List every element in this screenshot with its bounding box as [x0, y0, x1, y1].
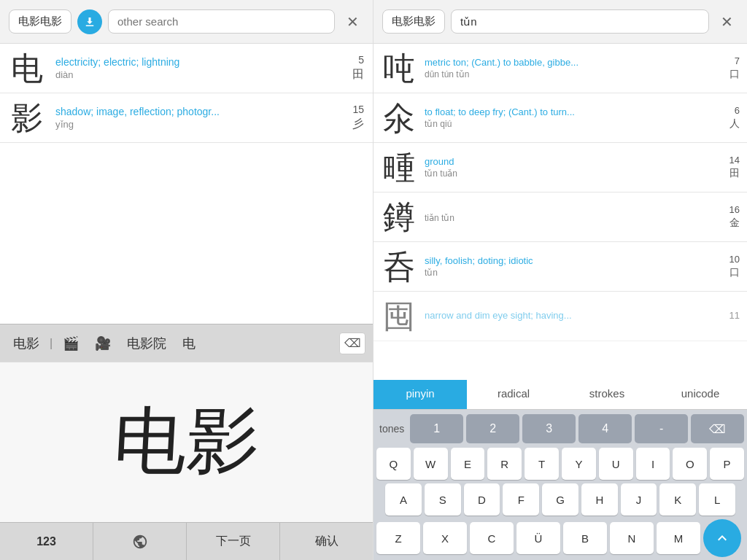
result-char-right-5: 囤 [381, 300, 417, 332]
result-strokes-right-0: 7 [735, 55, 740, 66]
tones-row: tones 1 2 3 4 - ⌫ [376, 414, 744, 443]
key-D[interactable]: D [464, 483, 500, 516]
result-meaning-left-0: electricity; electric; lightning [55, 56, 342, 68]
results-list-right: 吨 metric ton; (Cant.) to babble, gibbe..… [374, 44, 747, 380]
result-radical-left-0: 田 [352, 67, 364, 82]
suggestion-4[interactable]: 电 [177, 332, 201, 355]
result-strokes-right-3: 16 [729, 204, 740, 215]
tone-delete-key[interactable]: ⌫ [691, 414, 744, 443]
result-row-right-1[interactable]: 氽 to float; to deep fry; (Cant.) to turn… [374, 93, 747, 143]
suggestion-3[interactable]: 电影院 [121, 332, 172, 355]
key-K[interactable]: K [659, 483, 696, 516]
globe-button[interactable] [93, 523, 187, 560]
backspace-suggestion-button[interactable]: ⌫ [339, 332, 365, 354]
key-S[interactable]: S [425, 483, 461, 516]
result-char-left-0: 电 [9, 52, 45, 85]
result-pinyin-right-2: tǔn tuǎn [425, 168, 722, 179]
search-tabs: pinyin radical strokes unicode [374, 380, 747, 410]
result-meaning-right-0: metric ton; (Cant.) to babble, gibbe... [425, 57, 722, 68]
tone-4-key[interactable]: 4 [578, 414, 632, 443]
key-U[interactable]: U [599, 448, 633, 480]
suggestion-2[interactable]: 🎥 [89, 332, 117, 354]
left-panel: 电影电影 ✕ 电 electricity; electric; lightnin… [0, 0, 374, 560]
key-C[interactable]: C [470, 522, 514, 554]
keyboard-section: tones 1 2 3 4 - ⌫ Q W E R T Y U I O P [374, 410, 747, 560]
result-row-right-0[interactable]: 吨 metric ton; (Cant.) to babble, gibbe..… [374, 44, 747, 93]
tone-neutral-key[interactable]: - [635, 414, 688, 443]
tone-1-key[interactable]: 1 [410, 414, 463, 443]
result-char-right-2: 畽 [381, 152, 417, 184]
key-P[interactable]: P [710, 448, 744, 480]
result-radical-left-1: 彡 [352, 117, 364, 132]
result-meaning-right-5: narrow and dim eye sight; having... [425, 310, 722, 321]
top-bar-right: 电影电影 ✕ [374, 0, 747, 44]
key-row-0: Q W E R T Y U I O P [376, 448, 744, 480]
handwriting-content: 电影 [111, 393, 262, 491]
key-Y[interactable]: Y [562, 448, 596, 480]
tab-radical[interactable]: radical [467, 380, 560, 409]
search-input-left[interactable] [108, 9, 335, 34]
result-char-right-4: 呑 [381, 251, 417, 283]
key-U-umlaut[interactable]: Ü [516, 522, 560, 554]
result-strokes-left-1: 15 [352, 104, 364, 115]
key-O[interactable]: O [673, 448, 707, 480]
key-Q[interactable]: Q [376, 448, 411, 480]
key-E[interactable]: E [451, 448, 485, 480]
result-row-right-3[interactable]: 鐏 tiǎn tǔn 16 金 [374, 192, 747, 242]
result-radical-right-0: 口 [729, 68, 740, 81]
key-M[interactable]: M [657, 522, 700, 554]
result-char-right-1: 氽 [381, 102, 417, 134]
download-button[interactable] [77, 9, 102, 34]
suggestion-1[interactable]: 🎬 [57, 332, 85, 354]
next-page-button[interactable]: 下一页 [187, 523, 280, 560]
tone-2-key[interactable]: 2 [466, 414, 519, 443]
key-T[interactable]: T [525, 448, 559, 480]
result-meaning-right-2: ground [425, 156, 722, 167]
key-I[interactable]: I [636, 448, 670, 480]
handwriting-area[interactable]: 电影 [0, 362, 373, 522]
key-W[interactable]: W [414, 448, 448, 480]
key-R[interactable]: R [487, 448, 522, 480]
key-X[interactable]: X [423, 522, 467, 554]
close-button-left[interactable]: ✕ [341, 10, 364, 34]
top-bar-left: 电影电影 ✕ [0, 0, 373, 44]
result-char-left-1: 影 [9, 102, 45, 134]
key-H[interactable]: H [581, 483, 618, 516]
result-strokes-right-4: 10 [729, 254, 740, 265]
result-row-right-5[interactable]: 囤 narrow and dim eye sight; having... 11 [374, 292, 747, 341]
result-row-left-0[interactable]: 电 electricity; electric; lightning diàn … [0, 44, 373, 93]
result-char-right-3: 鐏 [381, 201, 417, 233]
submit-button[interactable] [703, 519, 741, 557]
search-input-right[interactable] [451, 9, 709, 34]
result-row-left-1[interactable]: 影 shadow; image, reflection; photogr... … [0, 93, 373, 143]
tone-3-key[interactable]: 3 [522, 414, 576, 443]
key-Z[interactable]: Z [376, 522, 420, 554]
key-J[interactable]: J [621, 483, 657, 516]
result-pinyin-right-4: tǔn [425, 268, 722, 278]
close-button-right[interactable]: ✕ [715, 10, 738, 34]
result-pinyin-right-0: dūn tún tǔn [425, 69, 722, 79]
results-list-left: 电 electricity; electric; lightning diàn … [0, 44, 373, 324]
result-radical-right-1: 人 [729, 117, 740, 131]
num-button[interactable]: 123 [0, 523, 93, 560]
key-N[interactable]: N [610, 522, 654, 554]
result-meaning-right-1: to float; to deep fry; (Cant.) to turn..… [425, 106, 722, 117]
confirm-button[interactable]: 确认 [280, 523, 373, 560]
result-radical-right-3: 金 [729, 217, 740, 230]
tab-strokes[interactable]: strokes [560, 380, 654, 409]
key-F[interactable]: F [503, 483, 539, 516]
key-B[interactable]: B [563, 522, 607, 554]
right-tag-pill[interactable]: 电影电影 [382, 9, 445, 34]
suggestion-0[interactable]: 电影 [7, 332, 45, 355]
result-row-right-4[interactable]: 呑 silly, foolish; doting; idiotic tǔn 10… [374, 242, 747, 292]
result-pinyin-left-1: yǐng [55, 119, 342, 130]
key-A[interactable]: A [385, 483, 422, 516]
key-G[interactable]: G [542, 483, 578, 516]
tab-pinyin[interactable]: pinyin [374, 380, 467, 409]
key-L[interactable]: L [699, 483, 735, 516]
tab-unicode[interactable]: unicode [654, 380, 747, 409]
left-tag-pill[interactable]: 电影电影 [9, 9, 71, 34]
result-meaning-left-1: shadow; image, reflection; photogr... [55, 106, 342, 117]
result-pinyin-right-1: tǔn qiú [425, 119, 722, 129]
result-row-right-2[interactable]: 畽 ground tǔn tuǎn 14 田 [374, 143, 747, 192]
